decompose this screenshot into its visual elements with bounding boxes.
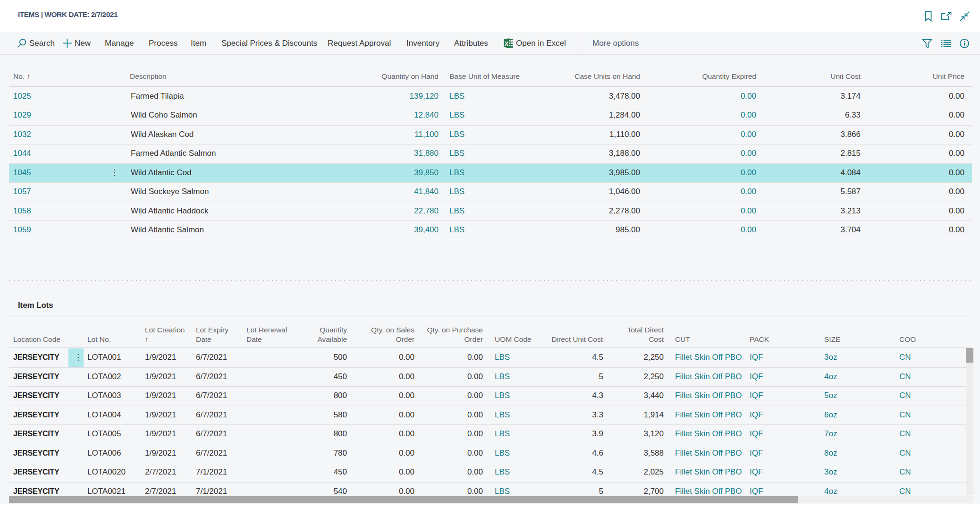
svg-text:X: X — [505, 41, 509, 47]
